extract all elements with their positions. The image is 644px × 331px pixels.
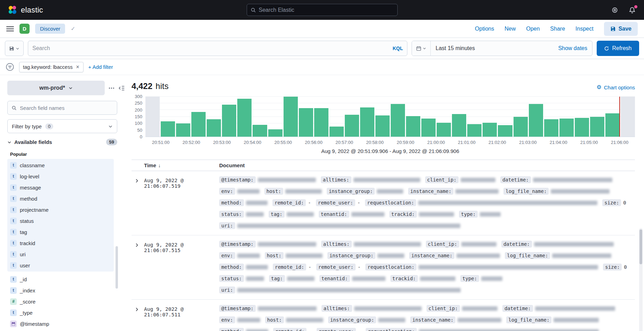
collapse-sidebar-icon[interactable] <box>118 85 125 91</box>
query-input[interactable] <box>32 45 389 51</box>
histogram-bar[interactable] <box>575 118 589 137</box>
histogram-bar[interactable] <box>360 107 374 137</box>
menu-hamburger-icon[interactable] <box>6 26 14 31</box>
notifications-icon[interactable] <box>628 6 636 14</box>
histogram-bar[interactable] <box>467 124 482 137</box>
histogram-bar[interactable] <box>314 108 328 137</box>
field-item[interactable]: t_type <box>7 307 114 318</box>
remove-filter-icon[interactable]: ✕ <box>76 64 80 70</box>
field-search-input[interactable] <box>20 105 113 111</box>
redacted-value <box>285 189 322 194</box>
kql-language-button[interactable]: KQL <box>392 46 403 51</box>
field-item[interactable]: tprojectname <box>7 204 114 215</box>
field-item[interactable]: @timestamp <box>7 318 114 329</box>
saved-query-menu-button[interactable] <box>5 41 24 56</box>
field-settings-icon[interactable] <box>108 85 115 91</box>
field-name: message <box>20 185 41 191</box>
field-item[interactable]: tmethod <box>7 193 114 204</box>
field-item[interactable]: taccountid <box>7 329 114 331</box>
histogram-bar[interactable] <box>544 119 558 137</box>
histogram-bar[interactable] <box>345 115 359 137</box>
chart-options-button[interactable]: ⚙ Chart options <box>596 84 635 90</box>
hits-count: 4,422 <box>132 81 152 91</box>
histogram-bar[interactable] <box>375 115 390 137</box>
field-item[interactable]: tclassname <box>7 160 114 171</box>
chevron-down-icon <box>16 47 19 50</box>
refresh-button[interactable]: Refresh <box>597 41 639 56</box>
histogram-bar[interactable] <box>559 119 574 137</box>
sidebar-scrollbar[interactable] <box>116 246 118 289</box>
histogram-bar[interactable] <box>590 117 604 137</box>
nav-link-open[interactable]: Open <box>526 26 540 32</box>
field-item[interactable]: turi <box>7 249 114 260</box>
histogram-bar[interactable] <box>237 99 252 137</box>
field-name: _id <box>20 276 27 282</box>
field-item[interactable]: tuser <box>7 260 114 271</box>
filter-pill-tag-keyword[interactable]: tag.keyword: lbaccess ✕ <box>19 62 84 72</box>
elastic-logo[interactable]: elastic <box>8 5 43 15</box>
filter-by-type-label: Filter by type <box>12 123 42 129</box>
field-item[interactable]: ttag <box>7 226 114 237</box>
chart-plot-area[interactable] <box>145 97 635 137</box>
space-avatar[interactable]: D <box>19 24 30 34</box>
doc-field: type: <box>460 275 502 282</box>
field-item[interactable]: #_score <box>7 296 114 307</box>
histogram-bar[interactable] <box>437 123 451 137</box>
scrollbar-thumb[interactable] <box>639 229 642 264</box>
histogram-bar[interactable] <box>268 129 283 137</box>
index-pattern-select[interactable]: wm-prod* <box>7 81 105 95</box>
nav-link-new[interactable]: New <box>504 26 516 32</box>
histogram-bar[interactable] <box>207 119 221 137</box>
filter-by-type-dropdown[interactable]: Filter by type 0 <box>7 119 117 133</box>
time-range-value[interactable]: Last 15 minutes <box>431 41 553 56</box>
doc-field: remote_user:- <box>316 199 360 206</box>
histogram-bar[interactable] <box>529 104 543 137</box>
cloud-deployment-icon[interactable] <box>611 6 619 14</box>
nav-link-share[interactable]: Share <box>550 26 565 32</box>
field-item[interactable]: tstatus <box>7 215 114 226</box>
global-search-input[interactable] <box>259 7 394 13</box>
histogram-bar[interactable] <box>222 105 236 137</box>
x-axis-tick: 20:59:00 <box>397 140 414 145</box>
main-scrollbar[interactable] <box>639 228 643 331</box>
histogram-bar[interactable] <box>191 112 206 137</box>
show-dates-link[interactable]: Show dates <box>553 41 592 56</box>
redacted-value <box>461 242 496 247</box>
doc-field-label: trackid: <box>390 275 418 282</box>
histogram-bar[interactable] <box>406 116 420 137</box>
histogram-bar[interactable] <box>391 104 405 137</box>
calendar-menu-button[interactable] <box>412 41 431 56</box>
breadcrumb-discover[interactable]: Discover <box>35 24 65 34</box>
field-item[interactable]: ttrackid <box>7 237 114 249</box>
histogram-bar[interactable] <box>605 113 620 137</box>
expand-row-icon[interactable] <box>132 241 141 250</box>
global-search[interactable] <box>247 4 398 16</box>
histogram-bar[interactable] <box>176 123 190 137</box>
histogram-bar[interactable] <box>329 127 344 137</box>
nav-link-inspect[interactable]: Inspect <box>575 26 594 32</box>
field-item[interactable]: t_index <box>7 285 114 296</box>
histogram-bar[interactable] <box>498 125 512 137</box>
histogram-bar[interactable] <box>514 117 528 137</box>
histogram-bar[interactable] <box>483 123 497 137</box>
time-column-header[interactable]: Time ↓ <box>144 162 219 168</box>
field-item[interactable]: tmessage <box>7 182 114 193</box>
doc-field-value: 0 <box>624 264 627 270</box>
expand-row-icon[interactable] <box>132 176 141 185</box>
save-button[interactable]: Save <box>604 22 638 36</box>
field-item[interactable]: tlog-level <box>7 171 114 182</box>
redacted-value <box>246 329 268 331</box>
expand-row-icon[interactable] <box>132 305 141 314</box>
nav-link-options[interactable]: Options <box>475 26 494 32</box>
histogram-bar[interactable] <box>253 125 267 137</box>
histogram-bar[interactable] <box>299 108 313 137</box>
histogram-bar[interactable] <box>161 121 175 137</box>
add-filter-link[interactable]: + Add filter <box>88 64 113 70</box>
histogram-bar[interactable] <box>452 114 466 137</box>
histogram-bar[interactable] <box>284 97 298 137</box>
doc-field-label: tenantid: <box>319 275 350 282</box>
available-fields-header[interactable]: Available fields 59 <box>7 139 117 145</box>
histogram-bar[interactable] <box>421 119 436 137</box>
field-item[interactable]: t_id <box>7 274 114 285</box>
filter-options-icon[interactable] <box>6 63 14 71</box>
